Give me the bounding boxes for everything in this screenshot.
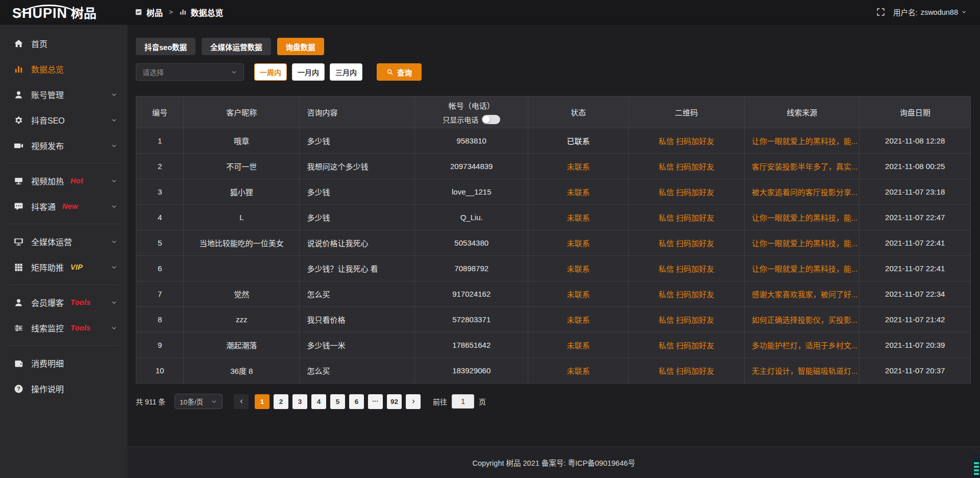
source-link[interactable]: 让你一眼就爱上的黑科技，能... bbox=[752, 265, 858, 273]
phone-only-toggle[interactable] bbox=[482, 115, 500, 124]
cell-consult: 多少钱 bbox=[300, 128, 415, 154]
page-button-2[interactable]: 2 bbox=[274, 394, 288, 409]
qrcode-link[interactable]: 私信 扫码加好友 bbox=[658, 213, 714, 222]
qrcode-link[interactable]: 私信 扫码加好友 bbox=[658, 188, 714, 197]
page-button-4[interactable]: 4 bbox=[311, 394, 326, 409]
tab-media-operation-data[interactable]: 全媒体运营数据 bbox=[202, 38, 271, 55]
sidebar-item-lead-monitor[interactable]: 线索监控 Tools bbox=[0, 315, 128, 341]
chevron-down-icon bbox=[111, 325, 117, 331]
sidebar-item-consumption-detail[interactable]: 消费明细 bbox=[0, 350, 128, 376]
qrcode-link[interactable]: 私信 扫码加好友 bbox=[658, 290, 714, 299]
cell-date: 2021-11-07 22:41 bbox=[860, 230, 971, 256]
page-button-92[interactable]: 92 bbox=[387, 394, 402, 409]
sidebar-item-member-burst[interactable]: 会员爆客 Tools bbox=[0, 290, 128, 315]
username: zswodun88 bbox=[921, 8, 958, 16]
bar-chart-icon bbox=[14, 64, 23, 74]
user-menu[interactable]: 用户名: zswodun88 bbox=[893, 7, 967, 17]
chevron-down-icon bbox=[111, 264, 117, 271]
source-link[interactable]: 客厅安装投影半年多了，真实... bbox=[752, 162, 858, 171]
cell-status: 未联系 bbox=[528, 256, 628, 281]
goto-page-input[interactable] bbox=[452, 394, 474, 409]
col-header-id: 编号 bbox=[136, 97, 184, 128]
sidebar-item-label: 账号管理 bbox=[31, 88, 64, 101]
tab-inquiry-data[interactable]: 询盘数据 bbox=[277, 38, 324, 55]
table-row: 10 36度 8 怎么买 183929060 未联系 私信 扫码加好友 无主灯设… bbox=[136, 358, 971, 384]
sidebar-item-media-operation[interactable]: 全媒体运营 bbox=[0, 229, 128, 254]
breadcrumb-separator: > bbox=[169, 8, 173, 16]
cell-qrcode: 私信 扫码加好友 bbox=[628, 154, 744, 179]
cell-nickname: 不可一世 bbox=[184, 154, 300, 179]
more-pages-button[interactable]: ••• bbox=[368, 394, 383, 409]
cell-source: 让你一眼就爱上的黑科技，能... bbox=[744, 128, 860, 154]
qrcode-link[interactable]: 私信 扫码加好友 bbox=[658, 367, 714, 375]
table-row: 8 zzz 我只看价格 572803371 未联系 私信 扫码加好友 如何正确选… bbox=[136, 307, 971, 332]
cell-source: 让你一眼就爱上的黑科技，能... bbox=[744, 205, 860, 230]
source-link[interactable]: 无主灯设计，智能磁吸轨道灯... bbox=[752, 367, 858, 375]
qrcode-link[interactable]: 私信 扫码加好友 bbox=[658, 316, 714, 324]
page-button-6[interactable]: 6 bbox=[349, 394, 364, 409]
sidebar-item-operation-guide[interactable]: 操作说明 bbox=[0, 376, 128, 401]
source-link[interactable]: 让你一眼就爱上的黑科技，能... bbox=[752, 239, 858, 248]
cell-status: 未联系 bbox=[528, 205, 628, 230]
qrcode-link[interactable]: 私信 扫码加好友 bbox=[658, 162, 714, 171]
range-one-week-button[interactable]: 一周内 bbox=[254, 63, 287, 81]
inquiry-table: 编号 客户昵称 咨询内容 帐号（电话） 只显示电话 状态 二维码 线索来源 bbox=[136, 96, 971, 384]
cell-status: 未联系 bbox=[528, 281, 628, 307]
cell-account: 572803371 bbox=[415, 307, 528, 332]
breadcrumb-root[interactable]: 树品 bbox=[146, 6, 163, 18]
page-button-1[interactable]: 1 bbox=[255, 394, 270, 409]
cell-account: 9583810 bbox=[415, 128, 528, 154]
source-link[interactable]: 如何正确选择投影仪，买投影... bbox=[752, 316, 858, 324]
page-button-3[interactable]: 3 bbox=[292, 394, 307, 409]
tab-douyin-seo-data[interactable]: 抖音seo数据 bbox=[136, 38, 195, 55]
qrcode-link[interactable]: 私信 扫码加好友 bbox=[658, 341, 714, 350]
total-count: 共 911 条 bbox=[136, 396, 165, 407]
sidebar-item-douyin-seo[interactable]: 抖音SEO bbox=[0, 107, 128, 133]
qrcode-link[interactable]: 私信 扫码加好友 bbox=[658, 239, 714, 248]
fullscreen-icon[interactable] bbox=[876, 8, 885, 16]
prev-page-button[interactable] bbox=[234, 394, 249, 409]
cell-date: 2021-11-08 00:25 bbox=[860, 154, 971, 179]
sidebar-item-matrix-boost[interactable]: 矩阵助推 VIP bbox=[0, 254, 128, 280]
search-button[interactable]: 查询 bbox=[377, 63, 422, 81]
cell-status: 未联系 bbox=[528, 332, 628, 358]
chevron-down-icon bbox=[211, 398, 217, 405]
qrcode-link[interactable]: 私信 扫码加好友 bbox=[658, 137, 714, 146]
sidebar-item-douketong[interactable]: 抖客通 New bbox=[0, 194, 128, 219]
cell-date: 2021-11-07 21:42 bbox=[860, 307, 971, 332]
range-three-month-button[interactable]: 三月内 bbox=[330, 63, 362, 81]
cell-account: 917024162 bbox=[415, 281, 528, 307]
source-link[interactable]: 让你一眼就爱上的黑科技，能... bbox=[752, 213, 858, 222]
page-size-select[interactable]: 10条/页 bbox=[175, 394, 223, 409]
sidebar-divider bbox=[8, 163, 119, 163]
next-page-button[interactable] bbox=[406, 394, 421, 409]
cell-nickname: L bbox=[184, 205, 300, 230]
sidebar-item-video-heat[interactable]: 视频加热 Hot bbox=[0, 168, 128, 194]
chevron-left-icon bbox=[238, 398, 244, 404]
source-link[interactable]: 让你一眼就爱上的黑科技，能... bbox=[752, 137, 858, 146]
sidebar-item-home[interactable]: 首页 bbox=[0, 31, 128, 56]
floating-widget[interactable] bbox=[972, 453, 980, 478]
sidebar-item-video-publish[interactable]: 视频发布 bbox=[0, 133, 128, 158]
source-link[interactable]: 被大家追着问的客厅投影分享... bbox=[752, 188, 858, 197]
col-header-status: 状态 bbox=[528, 97, 628, 128]
cell-date: 2021-11-08 12:28 bbox=[860, 128, 971, 154]
range-one-month-button[interactable]: 一月内 bbox=[292, 63, 325, 81]
sidebar-item-account-management[interactable]: 账号管理 bbox=[0, 82, 128, 107]
cell-id: 8 bbox=[136, 307, 184, 332]
source-link[interactable]: 多功能护栏灯，适用于乡村文... bbox=[752, 341, 858, 350]
qrcode-link[interactable]: 私信 扫码加好友 bbox=[658, 265, 714, 273]
sidebar-item-data-overview[interactable]: 数据总览 bbox=[0, 56, 128, 82]
cell-qrcode: 私信 扫码加好友 bbox=[628, 128, 744, 154]
account-select[interactable]: 请选择 bbox=[136, 63, 244, 81]
cell-status: 未联系 bbox=[528, 154, 628, 179]
chevron-down-icon bbox=[111, 178, 117, 184]
chevron-down-icon bbox=[231, 69, 237, 76]
cell-qrcode: 私信 扫码加好友 bbox=[628, 307, 744, 332]
page-size-value: 10条/页 bbox=[180, 396, 203, 407]
page-button-5[interactable]: 5 bbox=[330, 394, 345, 409]
col-header-qrcode: 二维码 bbox=[628, 97, 744, 128]
cell-account: 178651642 bbox=[415, 332, 528, 358]
question-circle-icon bbox=[14, 384, 23, 394]
source-link[interactable]: 感谢大家喜欢我家，被问了好... bbox=[752, 290, 858, 299]
